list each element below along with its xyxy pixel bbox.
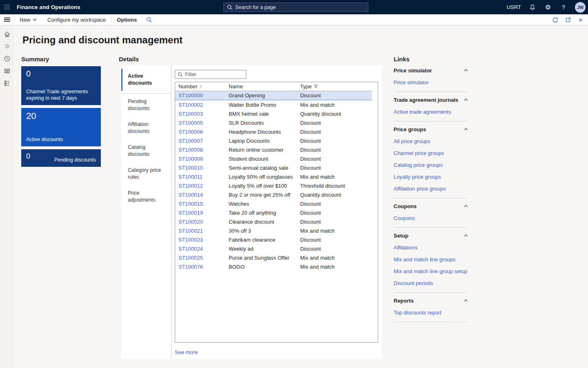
user-avatar[interactable]: JW: [575, 2, 586, 13]
link-item[interactable]: Coupons: [394, 215, 468, 222]
table-row[interactable]: ST100002Watter Bottle PromoMix and match: [175, 100, 372, 109]
row-number-link[interactable]: ST100010: [175, 165, 228, 171]
workspaces-icon[interactable]: [0, 65, 14, 77]
modules-list-icon[interactable]: [0, 77, 14, 89]
chevron-up-icon[interactable]: [464, 205, 468, 207]
row-number-link[interactable]: ST100019: [175, 210, 228, 216]
chevron-up-icon[interactable]: [464, 99, 468, 101]
options-button[interactable]: Options: [111, 14, 142, 25]
table-row[interactable]: ST100076BOGOMix and match: [175, 262, 372, 271]
row-number-link[interactable]: ST100014: [175, 192, 228, 198]
row-number-link[interactable]: ST100003: [175, 111, 228, 117]
table-row[interactable]: ST10002130% off 3Mix and match: [175, 226, 372, 235]
row-name: Grand Opening: [228, 92, 299, 99]
link-item[interactable]: Affiliation price groups: [394, 186, 468, 192]
configure-workspace-button[interactable]: Configure my workspace: [42, 14, 111, 25]
link-item[interactable]: Affiliations: [394, 245, 468, 251]
tab-catalog-discounts[interactable]: Catalog discounts: [121, 139, 171, 162]
chevron-up-icon[interactable]: [464, 299, 468, 302]
table-row[interactable]: ST100005SLR DiscountsDiscount: [175, 118, 372, 127]
row-number-link[interactable]: ST100000: [175, 92, 228, 99]
notifications-bell-icon[interactable]: [528, 3, 537, 11]
column-header-type[interactable]: Type: [299, 83, 372, 90]
app-launcher-waffle-icon[interactable]: [0, 0, 14, 14]
settings-gear-icon[interactable]: ⚙: [544, 3, 552, 11]
table-row[interactable]: ST100015WatchesDiscount: [175, 199, 372, 208]
chevron-up-icon[interactable]: [464, 128, 468, 130]
tab-pending-discounts[interactable]: Pending discounts: [121, 94, 171, 117]
row-name: BOGO: [228, 264, 299, 270]
favorites-star-icon[interactable]: ☆: [0, 40, 14, 52]
global-search-input[interactable]: Search for a page: [223, 2, 368, 12]
tab-price-adjustments[interactable]: Price adjustments: [121, 185, 171, 208]
table-row[interactable]: ST100003BMX helmet saleQuantity discount: [175, 109, 372, 118]
link-item[interactable]: Mix and match line group setup: [394, 268, 468, 275]
link-item[interactable]: Discount periods: [394, 280, 468, 287]
link-item[interactable]: Active trade agreements: [394, 109, 468, 115]
table-row[interactable]: ST100000Grand OpeningDiscount: [175, 91, 372, 100]
link-item[interactable]: All price groups: [394, 138, 468, 145]
app-title[interactable]: Finance and Operations: [17, 4, 80, 10]
link-item[interactable]: Loyalty price groups: [394, 174, 468, 180]
link-item[interactable]: Top discounts report: [394, 310, 468, 316]
hamburger-icon: [4, 16, 10, 22]
nav-pane-toggle[interactable]: [0, 14, 14, 25]
tab-affiliation-discounts[interactable]: Affiliation discounts: [121, 117, 171, 139]
table-row[interactable]: ST100019Take 20 off anythingDiscount: [175, 208, 372, 217]
table-row[interactable]: ST100012Loyalty 5% off over $100Threshol…: [175, 181, 372, 190]
summary-tile[interactable]: 20Active discounts: [21, 108, 101, 146]
home-icon[interactable]: [0, 28, 14, 40]
row-number-link[interactable]: ST100007: [175, 138, 228, 144]
table-row[interactable]: ST100020Clearance discountDiscount: [175, 217, 372, 226]
table-row[interactable]: ST100025Purse and Sunglass OfferMix and …: [175, 253, 372, 262]
row-number-link[interactable]: ST100008: [175, 147, 228, 153]
row-number-link[interactable]: ST100002: [175, 102, 228, 108]
column-header-number[interactable]: Number ↑: [175, 83, 228, 90]
open-in-new-window-icon[interactable]: [564, 16, 572, 24]
table-row[interactable]: ST100009Student discountDiscount: [175, 154, 372, 163]
row-number-link[interactable]: ST100023: [175, 237, 228, 243]
help-icon[interactable]: ?: [559, 3, 568, 11]
filter-input[interactable]: Filter: [175, 70, 246, 79]
close-icon[interactable]: ×: [577, 16, 585, 24]
recent-clock-icon[interactable]: [0, 52, 14, 65]
refresh-icon[interactable]: [551, 16, 559, 24]
row-number-link[interactable]: ST100015: [175, 201, 228, 207]
chevron-up-icon[interactable]: [464, 69, 468, 72]
table-row[interactable]: ST100008Return online customerDiscount: [175, 145, 372, 154]
row-number-link[interactable]: ST100012: [175, 183, 228, 189]
table-row[interactable]: ST100014Buy 2 or more get 25% offQuantit…: [175, 190, 372, 199]
see-more-link[interactable]: See more: [175, 349, 198, 355]
tab-active-discounts[interactable]: Active discounts: [121, 69, 171, 91]
link-item[interactable]: Channel price groups: [394, 150, 468, 157]
summary-tile[interactable]: 0Channel Trade agreements expiring in ne…: [21, 66, 101, 105]
row-number-link[interactable]: ST100021: [175, 228, 228, 234]
table-header-row: Number ↑ Name Type: [175, 82, 372, 91]
row-number-link[interactable]: ST100009: [175, 156, 228, 162]
row-number-link[interactable]: ST100020: [175, 219, 228, 225]
link-item[interactable]: Catalog price groups: [394, 162, 468, 168]
row-number-link[interactable]: ST100024: [175, 246, 228, 252]
table-row[interactable]: ST100007Laptop DiscountsDiscount: [175, 136, 372, 145]
row-number-link[interactable]: ST100025: [175, 255, 228, 261]
link-item[interactable]: Price simulator: [394, 79, 468, 86]
table-row[interactable]: ST100006Headphone DiscountsDiscount: [175, 127, 372, 136]
chevron-up-icon[interactable]: [464, 234, 468, 237]
summary-tile[interactable]: 0Pending discounts: [21, 149, 101, 167]
new-button[interactable]: New: [14, 14, 42, 25]
table-row[interactable]: ST100011Loyalty 50% off sunglassesMix an…: [175, 172, 372, 181]
tab-category-price-rules[interactable]: Category price rules: [121, 162, 171, 185]
row-number-link[interactable]: ST100006: [175, 129, 228, 135]
row-number-link[interactable]: ST100011: [175, 174, 228, 180]
link-item[interactable]: Mix and match line groups: [394, 256, 468, 263]
table-row[interactable]: ST100024Weekly adDiscount: [175, 244, 372, 253]
row-number-link[interactable]: ST100076: [175, 264, 228, 270]
environment-label[interactable]: USRT: [507, 4, 521, 10]
links-section: Price groupsAll price groupsChannel pric…: [394, 126, 468, 198]
command-search-icon[interactable]: [146, 17, 152, 23]
table-row[interactable]: ST100010Semi-annual catalog saleDiscount: [175, 163, 372, 172]
column-header-name[interactable]: Name: [228, 83, 299, 90]
row-number-link[interactable]: ST100005: [175, 120, 228, 126]
row-name: BMX helmet sale: [228, 111, 299, 117]
table-row[interactable]: ST100023Fabrikam clearanceDiscount: [175, 235, 372, 244]
